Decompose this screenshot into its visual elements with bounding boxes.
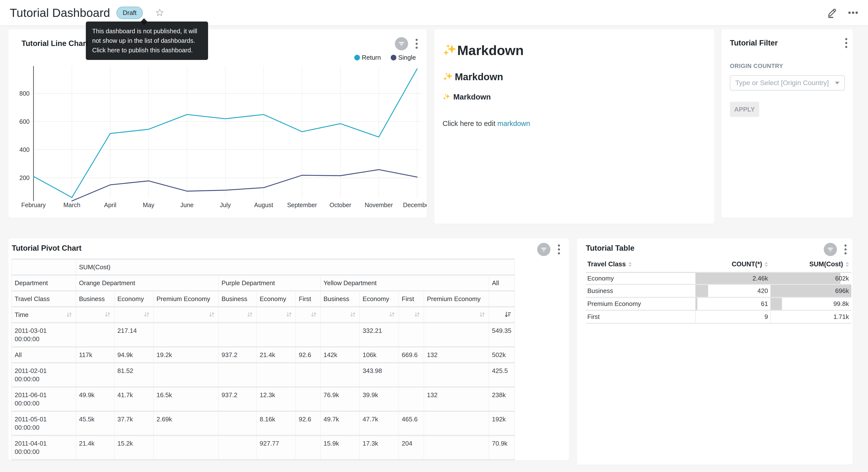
markdown-link[interactable]: markdown (497, 120, 530, 127)
pivot-value-cell: 238k (489, 388, 515, 412)
filter-title: Tutorial Filter (730, 39, 844, 48)
sum-cost-cell: 1.71k (770, 311, 851, 324)
pivot-value-cell: 465.6 (399, 412, 424, 436)
pivot-value-cell: 132 (424, 388, 489, 412)
series-line-single[interactable] (72, 170, 417, 201)
count-cell: 9 (695, 311, 770, 324)
markdown-paragraph: Click here to edit markdown (442, 120, 706, 128)
sort-icon (246, 311, 253, 318)
count-cell: 61 (695, 298, 770, 311)
count-cell: 2.46k (695, 272, 770, 285)
sort-icon (65, 311, 73, 318)
x-axis-label: April (104, 202, 116, 208)
pivot-group-header: Orange Department (76, 276, 219, 292)
pivot-value-cell: 192k (489, 412, 515, 436)
pivot-value-cell: 204 (399, 436, 424, 460)
pivot-class-header: Business (76, 292, 115, 307)
page-title: Tutorial Dashboard (10, 6, 110, 20)
col-header-sum-cost[interactable]: SUM(Cost) (770, 257, 851, 272)
tooltip-line: not show up in the list of dashboards. (92, 36, 202, 46)
pivot-col-sort[interactable] (76, 307, 115, 323)
pivot-class-header: Business (320, 292, 360, 307)
chart-menu-kebab-icon[interactable] (557, 243, 561, 255)
line-plot[interactable]: 200400600800FebruaryMarchAprilMayJuneJul… (8, 29, 427, 218)
pivot-value-cell (154, 323, 219, 348)
filter-indicator-icon[interactable] (824, 243, 837, 256)
filter-indicator-icon[interactable] (537, 243, 550, 256)
sort-icon (388, 311, 396, 318)
pivot-value-cell (219, 323, 257, 348)
sparkles-icon (442, 72, 453, 82)
pivot-value-cell (424, 323, 489, 348)
status-badge[interactable]: Draft (116, 7, 143, 19)
pivot-value-cell: 49.9k (76, 388, 115, 412)
dashboard-page: Tutorial Dashboard Draft This dashboard … (0, 0, 868, 472)
pivot-value-cell (219, 436, 257, 460)
svg-text:400: 400 (19, 146, 30, 153)
apply-button[interactable]: APPLY (730, 102, 759, 117)
svg-text:200: 200 (19, 174, 30, 181)
pivot-value-cell: 937.2 (219, 348, 257, 363)
pivot-col-sort[interactable] (320, 307, 360, 323)
pivot-class-header: Economy (257, 292, 296, 307)
pivot-value-cell (399, 388, 424, 412)
line-chart-card: Tutorial Line Chart ReturnSingle 2004006… (8, 29, 427, 218)
pivot-value-cell: 39.9k (360, 388, 399, 412)
pivot-class-label: Travel Class (12, 292, 76, 307)
pivot-col-sort[interactable] (219, 307, 257, 323)
table-title: Tutorial Table (586, 244, 634, 253)
pivot-value-cell: 106k (360, 348, 399, 363)
pivot-col-sort[interactable] (154, 307, 219, 323)
pivot-class-header: Premium Economy (424, 292, 489, 307)
publish-tooltip[interactable]: This dashboard is not published, it will… (86, 22, 208, 60)
pivot-value-cell (76, 323, 115, 348)
pivot-row-header: 2011-02-01 00:00:00 (12, 363, 76, 388)
chart-menu-kebab-icon[interactable] (844, 243, 847, 255)
pivot-value-cell: 19.2k (154, 348, 219, 363)
origin-country-select[interactable]: Type or Select [Origin Country] (730, 75, 845, 90)
pivot-col-sort[interactable] (489, 307, 515, 323)
pivot-value-cell: 332.21 (360, 323, 399, 348)
pivot-value-cell (296, 363, 320, 388)
pivot-col-sort[interactable] (115, 307, 154, 323)
sum-cost-cell: 99.8k (770, 298, 851, 311)
markdown-card[interactable]: Markdown Markdown Markdown Click here to… (434, 29, 714, 224)
col-header-count[interactable]: COUNT(*) (695, 257, 770, 272)
pivot-col-sort[interactable] (257, 307, 296, 323)
markdown-h3: Markdown (442, 93, 706, 101)
pivot-col-sort[interactable] (360, 307, 399, 323)
pivot-value-cell (399, 363, 424, 388)
pivot-value-cell: 76.9k (320, 388, 360, 412)
more-options-button[interactable] (847, 7, 859, 18)
sort-icon (208, 311, 215, 318)
pivot-col-sort[interactable] (296, 307, 320, 323)
pivot-row-header: 2011-03-01 00:00:00 (12, 323, 76, 348)
x-axis-label: November (365, 202, 393, 208)
travel-class-cell: First (586, 311, 695, 324)
filter-card: Tutorial Filter ORIGIN COUNTRY Type or S… (721, 29, 853, 218)
pivot-value-cell: 669.6 (399, 348, 424, 363)
pivot-col-sort[interactable] (424, 307, 489, 323)
pivot-class-header: Business (219, 292, 257, 307)
sort-icon (310, 311, 317, 318)
pivot-value-cell: 117k (76, 348, 115, 363)
col-header-travel-class[interactable]: Travel Class (586, 257, 695, 272)
table-row: Business420696k (586, 285, 851, 298)
sort-icon (104, 311, 111, 318)
filter-menu-kebab-icon[interactable] (844, 37, 848, 49)
pivot-table-container: SUM(Cost)DepartmentOrange DepartmentPurp… (11, 259, 515, 460)
favorite-star-icon[interactable] (155, 8, 164, 18)
header-actions (827, 7, 859, 18)
markdown-h2: Markdown (442, 71, 706, 82)
edit-dashboard-button[interactable] (827, 7, 838, 18)
pivot-metric-header: SUM(Cost) (76, 260, 515, 276)
pivot-group-header: Purple Department (219, 276, 320, 292)
pivot-group-header: All (489, 276, 515, 292)
pivot-time-sort[interactable]: Time (12, 307, 76, 323)
pivot-col-sort[interactable] (399, 307, 424, 323)
pivot-value-cell: 142k (320, 348, 360, 363)
pivot-value-cell: 8.16k (257, 412, 296, 436)
travel-class-cell: Economy (586, 272, 695, 285)
sort-desc-icon (504, 311, 512, 318)
x-axis-label: March (63, 202, 80, 208)
